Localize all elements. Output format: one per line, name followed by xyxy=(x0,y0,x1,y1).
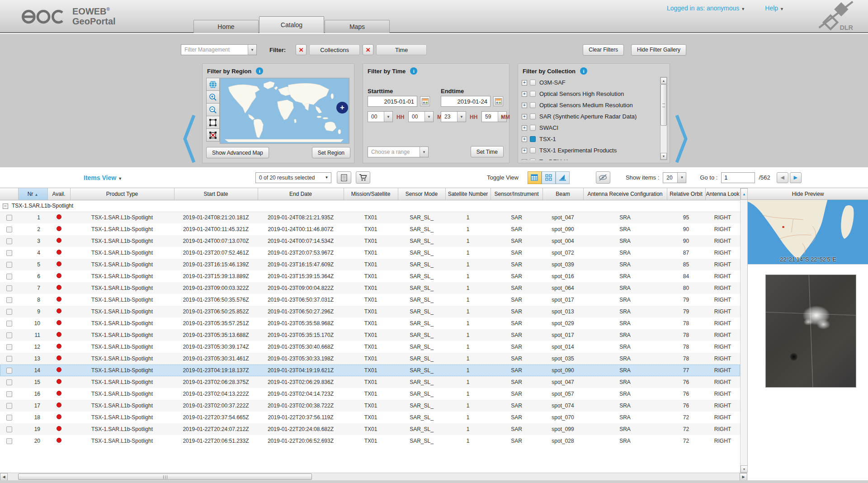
table-row[interactable]: 11TSX-1.SAR.L1b-Spotlight2019-01-23T05:3… xyxy=(0,329,740,341)
scrollbar-thumb[interactable] xyxy=(660,84,667,126)
row-checkbox[interactable] xyxy=(6,215,12,221)
cart-icon[interactable] xyxy=(356,171,370,184)
table-row[interactable]: 15TSX-1.SAR.L1b-Spotlight2019-01-23T02:0… xyxy=(0,376,740,388)
clear-filters-button[interactable]: Clear Filters xyxy=(583,44,624,56)
zoom-in-icon[interactable] xyxy=(206,90,220,104)
preview-location-map[interactable]: 22°21'14"S 22°52'5"E xyxy=(748,200,868,265)
column-header-satellite-number[interactable]: Satellite Number xyxy=(445,188,491,200)
preview-satellite-image[interactable] xyxy=(765,275,856,388)
chevron-down-icon[interactable]: ▼ xyxy=(384,112,392,122)
show-advanced-map-button[interactable]: Show Advanced Map xyxy=(206,147,269,158)
row-checkbox[interactable] xyxy=(6,438,12,444)
set-time-button[interactable]: Set Time xyxy=(471,146,504,157)
chevron-down-icon[interactable]: ▼ xyxy=(677,173,686,183)
row-checkbox[interactable] xyxy=(6,285,12,291)
column-header-product-type[interactable]: Product Type xyxy=(70,188,174,200)
tab-home[interactable]: Home xyxy=(193,20,259,33)
collection-checkbox[interactable] xyxy=(530,125,536,131)
chevron-down-icon[interactable]: ▼ xyxy=(457,112,466,122)
show-items-select[interactable]: 20 ▼ xyxy=(663,172,686,183)
region-world-map[interactable]: + xyxy=(220,78,349,144)
collection-checkbox[interactable] xyxy=(530,91,536,97)
column-header-sensor-mode[interactable]: Sensor Mode xyxy=(398,188,445,200)
table-row[interactable]: 8TSX-1.SAR.L1b-Spotlight2019-01-23T06:50… xyxy=(0,294,740,306)
collection-checkbox[interactable] xyxy=(530,159,536,160)
chevron-down-icon[interactable]: ▼ xyxy=(425,112,433,122)
filter-chip-collections[interactable]: Collections xyxy=(309,44,360,55)
table-row[interactable]: 14TSX-1.SAR.L1b-Spotlight2019-01-23T04:1… xyxy=(0,365,740,376)
expand-icon[interactable]: + xyxy=(522,137,527,142)
map-view-icon[interactable] xyxy=(556,171,570,184)
logged-in-menu[interactable]: Logged in as: anonymous▼ xyxy=(667,5,745,12)
column-header-nr[interactable]: Nr▲ xyxy=(18,188,47,200)
scroll-down-icon[interactable]: ▼ xyxy=(741,465,748,473)
table-row[interactable]: 17TSX-1.SAR.L1b-Spotlight2019-01-23T02:0… xyxy=(0,400,740,412)
choose-range-select[interactable]: Choose a range ▼ xyxy=(368,147,429,157)
table-row[interactable]: 4TSX-1.SAR.L1b-Spotlight2019-01-23T20:07… xyxy=(0,247,740,259)
hide-preview-button[interactable]: Hide Preview xyxy=(748,188,868,200)
gallery-prev-chevron[interactable] xyxy=(182,114,196,166)
help-menu[interactable]: Help▼ xyxy=(765,5,784,12)
column-header-avail[interactable]: Avail. xyxy=(47,188,70,200)
start-hh-select[interactable]: 00▼ xyxy=(368,111,393,122)
row-checkbox[interactable] xyxy=(6,238,12,244)
collection-checkbox[interactable] xyxy=(530,102,536,108)
chevron-down-icon[interactable]: ▼ xyxy=(248,45,256,55)
table-horizontal-scrollbar[interactable]: ◀ ▶ xyxy=(0,473,747,480)
info-icon[interactable]: i xyxy=(410,67,417,75)
remove-filter-time-button[interactable]: ✕ xyxy=(363,44,373,55)
scroll-right-icon[interactable]: ▶ xyxy=(740,473,747,481)
row-checkbox[interactable] xyxy=(6,332,12,338)
table-row[interactable]: 1TSX-1.SAR.L1b-Spotlight2019-01-24T08:21… xyxy=(0,212,740,223)
next-page-button[interactable]: ▶ xyxy=(790,172,802,183)
chevron-down-icon[interactable]: ▼ xyxy=(322,173,331,183)
globe-icon[interactable] xyxy=(206,78,220,91)
tab-catalog[interactable]: Catalog xyxy=(259,16,324,33)
expand-icon[interactable]: + xyxy=(522,148,527,153)
row-checkbox[interactable] xyxy=(6,415,12,421)
table-row[interactable]: 2TSX-1.SAR.L1b-Spotlight2019-01-24T00:11… xyxy=(0,223,740,235)
table-row[interactable]: 7TSX-1.SAR.L1b-Spotlight2019-01-23T09:00… xyxy=(0,282,740,294)
endtime-date-input[interactable] xyxy=(441,96,491,107)
row-checkbox[interactable] xyxy=(6,426,12,432)
column-header-antenna-look[interactable]: Antenna Look xyxy=(705,188,740,200)
collection-checkbox[interactable] xyxy=(530,147,536,153)
select-region-icon[interactable] xyxy=(206,116,220,129)
group-row[interactable]: −TSX-1.SAR.L1b-Spotlight xyxy=(0,200,740,212)
row-checkbox[interactable] xyxy=(6,309,12,315)
map-expand-button[interactable]: + xyxy=(336,102,348,114)
scroll-left-icon[interactable]: ◀ xyxy=(0,473,8,481)
goto-page-input[interactable] xyxy=(721,172,755,183)
table-row[interactable]: 10TSX-1.SAR.L1b-Spotlight2019-01-23T05:3… xyxy=(0,317,740,329)
scroll-up-icon[interactable]: ▲ xyxy=(741,188,748,200)
filter-chip-time[interactable]: Time xyxy=(376,44,427,55)
column-header-antenna-receive[interactable]: Antenna Receive Configuration xyxy=(583,188,667,200)
table-row[interactable]: 12TSX-1.SAR.L1b-Spotlight2019-01-23T05:3… xyxy=(0,341,740,353)
expand-icon[interactable]: + xyxy=(522,159,527,161)
scroll-up-icon[interactable]: ▲ xyxy=(660,77,667,84)
table-row[interactable]: 3TSX-1.SAR.L1b-Spotlight2019-01-24T00:07… xyxy=(0,235,740,247)
items-view-menu[interactable]: Items View▼ xyxy=(84,174,122,181)
zoom-out-icon[interactable] xyxy=(206,103,220,116)
tab-maps[interactable]: Maps xyxy=(325,20,390,33)
info-icon[interactable]: i xyxy=(256,67,263,75)
collection-scrollbar[interactable]: ▲ ▼ xyxy=(660,77,667,160)
collection-checkbox[interactable] xyxy=(530,136,536,142)
row-checkbox[interactable] xyxy=(6,368,12,374)
column-header-relative-orbit[interactable]: Relative Orbit xyxy=(667,188,705,200)
row-checkbox[interactable] xyxy=(6,391,12,397)
clear-region-icon[interactable] xyxy=(206,128,220,142)
expand-icon[interactable]: + xyxy=(522,80,527,85)
column-header-start-date[interactable]: Start Date xyxy=(174,188,258,200)
row-checkbox[interactable] xyxy=(6,344,12,350)
results-selected-select[interactable]: 0 of 20 results selected ▼ xyxy=(255,172,331,183)
table-row[interactable]: 18TSX-1.SAR.L1b-Spotlight2019-01-22T20:3… xyxy=(0,412,740,423)
column-header-sensor-instrument[interactable]: Sensor/Instrument xyxy=(491,188,542,200)
row-checkbox[interactable] xyxy=(6,403,12,409)
table-row[interactable]: 6TSX-1.SAR.L1b-Spotlight2019-01-23T15:39… xyxy=(0,270,740,282)
table-row[interactable]: 16TSX-1.SAR.L1b-Spotlight2019-01-23T02:0… xyxy=(0,388,740,400)
expand-icon[interactable]: + xyxy=(522,114,527,119)
remove-filter-collections-button[interactable]: ✕ xyxy=(296,44,307,55)
expand-icon[interactable]: + xyxy=(522,125,527,131)
starttime-date-input[interactable] xyxy=(368,96,417,107)
